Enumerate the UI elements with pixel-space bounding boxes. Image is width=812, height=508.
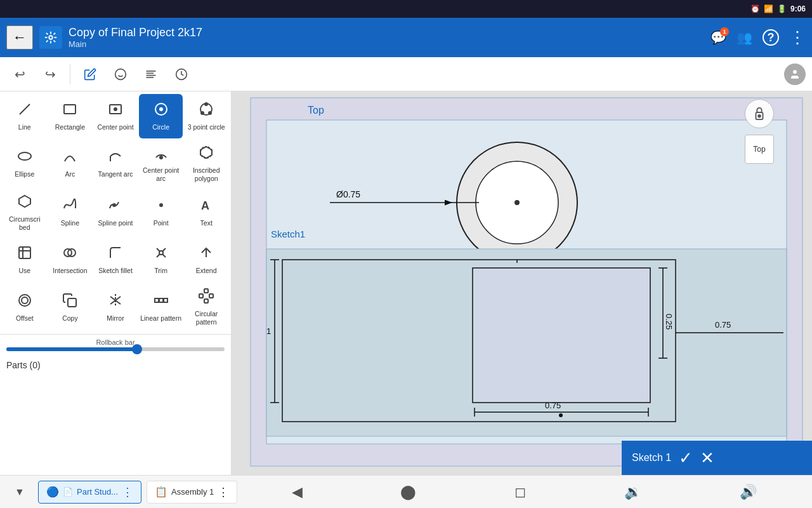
tool-use[interactable]: Use <box>3 237 47 282</box>
title-area: Copy of Final Project 2k17 Main <box>69 26 704 49</box>
toolbar-divider-1 <box>70 64 70 84</box>
use-label: Use <box>18 267 30 275</box>
tool-point[interactable]: Point <box>139 189 183 236</box>
tool-trim[interactable]: Trim <box>139 237 183 282</box>
status-icons: ⏰ 📶 🔋 9:06 <box>750 4 806 13</box>
svg-rect-39 <box>155 298 159 302</box>
help-icon[interactable]: ? <box>763 29 779 46</box>
align-button[interactable] <box>138 61 164 88</box>
tool-offset[interactable]: Offset <box>3 283 47 331</box>
tab-more-2[interactable]: ⋮ <box>218 485 229 499</box>
tool-copy[interactable]: Copy <box>48 283 93 331</box>
tool-line[interactable]: Line <box>3 94 47 138</box>
mirror-icon <box>108 293 123 312</box>
svg-text:Top: Top <box>308 105 324 116</box>
rollback-track[interactable] <box>6 347 225 351</box>
point-label: Point <box>154 219 169 227</box>
wifi-icon: 📶 <box>764 4 773 13</box>
svg-point-33 <box>159 251 163 255</box>
tab-assembly[interactable]: 📋 Assembly 1 ⋮ <box>147 481 237 504</box>
svg-point-20 <box>18 152 31 160</box>
svg-point-15 <box>160 108 162 110</box>
tool-center-point[interactable]: Center point <box>93 94 138 138</box>
collapse-button[interactable]: ▼ <box>6 479 33 505</box>
tool-spline[interactable]: Spline <box>48 189 93 236</box>
sketch-svg: Top Sketch1 Ø0.75 <box>232 91 812 475</box>
tool-mirror[interactable]: Mirror <box>93 283 138 331</box>
tool-ellipse[interactable]: Ellipse <box>3 140 47 187</box>
tab-icon-2: 📄 <box>63 487 73 497</box>
top-view-button[interactable]: Top <box>745 135 774 164</box>
svg-rect-42 <box>204 289 208 293</box>
android-home-button[interactable]: ⬤ <box>390 481 426 503</box>
offset-label: Offset <box>16 314 34 323</box>
android-overview-button[interactable]: ◻ <box>504 481 536 503</box>
more-menu-icon[interactable]: ⋮ <box>789 28 806 48</box>
svg-rect-43 <box>199 294 203 298</box>
tool-spline-point[interactable]: Spline point <box>93 189 138 236</box>
svg-text:0.75: 0.75 <box>545 401 561 410</box>
tool-circle[interactable]: Circle <box>139 94 183 138</box>
chat-badge-container[interactable]: 💬 1 <box>710 30 726 45</box>
svg-point-22 <box>160 156 162 159</box>
tool-linear-pattern[interactable]: Linear pattern <box>139 283 183 331</box>
time-display: 9:06 <box>790 4 806 13</box>
rollback-thumb[interactable] <box>132 344 142 354</box>
left-panel: Line Rectangle Center point Circle <box>0 91 232 475</box>
intersection-icon <box>62 245 77 264</box>
tool-3point-circle[interactable]: 3 point circle <box>184 94 228 138</box>
tool-circumscribed[interactable]: Circumscri bed <box>3 189 47 236</box>
circumscribed-icon <box>17 194 32 213</box>
sketch-bar: Sketch 1 ✓ ✕ <box>622 441 812 475</box>
sketch-name: Sketch 1 <box>632 452 671 464</box>
tab-part-studio[interactable]: 🔵 📄 Part Stud... ⋮ <box>38 481 141 504</box>
tool-inscribed-polygon[interactable]: Inscribed polygon <box>184 140 228 187</box>
svg-rect-41 <box>164 298 167 302</box>
svg-point-18 <box>209 112 211 114</box>
android-volume-down[interactable]: 🔉 <box>614 481 652 503</box>
user-avatar <box>784 64 806 85</box>
rollback-section: Rollback bar <box>0 334 231 355</box>
tool-arc[interactable]: Arc <box>48 140 93 187</box>
linear-pattern-label: Linear pattern <box>140 314 181 323</box>
sketch-confirm-button[interactable]: ✓ <box>679 448 693 468</box>
rectangle-icon <box>62 102 77 121</box>
trim-label: Trim <box>154 267 167 275</box>
tool-intersection[interactable]: Intersection <box>48 237 93 282</box>
tool-rectangle[interactable]: Rectangle <box>48 94 93 138</box>
tool-text[interactable]: A Text <box>184 189 228 236</box>
tool-sketch-fillet[interactable]: Sketch fillet <box>93 237 138 282</box>
tool-tangent-arc[interactable]: Tangent arc <box>93 140 138 187</box>
android-nav-bar: ◀ ⬤ ◻ 🔉 🔊 <box>242 481 806 503</box>
android-volume-up[interactable]: 🔊 <box>730 481 767 503</box>
tab-more-1[interactable]: ⋮ <box>122 485 133 499</box>
tool-circular-pattern[interactable]: Circular pattern <box>184 283 228 331</box>
back-button[interactable]: ← <box>6 25 33 50</box>
tool-center-point-arc[interactable]: Center point arc <box>139 140 183 187</box>
pencil-button[interactable] <box>77 61 103 88</box>
undo-button[interactable]: ↩ <box>6 61 33 88</box>
copy-label: Copy <box>62 314 78 323</box>
point-icon <box>154 197 169 217</box>
tool-extend[interactable]: Extend <box>184 237 228 282</box>
svg-point-35 <box>22 297 28 304</box>
redo-button[interactable]: ↪ <box>37 61 63 88</box>
rollback-label: Rollback bar <box>6 338 225 346</box>
alarm-icon: ⏰ <box>750 4 760 13</box>
lock-rotate-button[interactable] <box>745 99 774 128</box>
arc-icon <box>62 149 77 168</box>
svg-point-26 <box>113 204 115 206</box>
people-icon[interactable]: 👥 <box>737 30 752 45</box>
svg-rect-40 <box>159 298 163 302</box>
app-icon <box>39 26 62 49</box>
sketch-close-button[interactable]: ✕ <box>700 448 714 468</box>
svg-rect-37 <box>68 298 76 307</box>
canvas-area[interactable]: Top Sketch1 Ø0.75 <box>232 91 812 475</box>
linear-pattern-icon <box>154 293 169 312</box>
clock-button[interactable] <box>168 61 195 88</box>
android-back-button[interactable]: ◀ <box>282 481 313 503</box>
assembly-label: Assembly 1 <box>171 487 214 497</box>
svg-text:0.75: 0.75 <box>715 320 731 330</box>
face-button[interactable] <box>107 61 134 88</box>
sketch-fillet-label: Sketch fillet <box>98 267 133 275</box>
